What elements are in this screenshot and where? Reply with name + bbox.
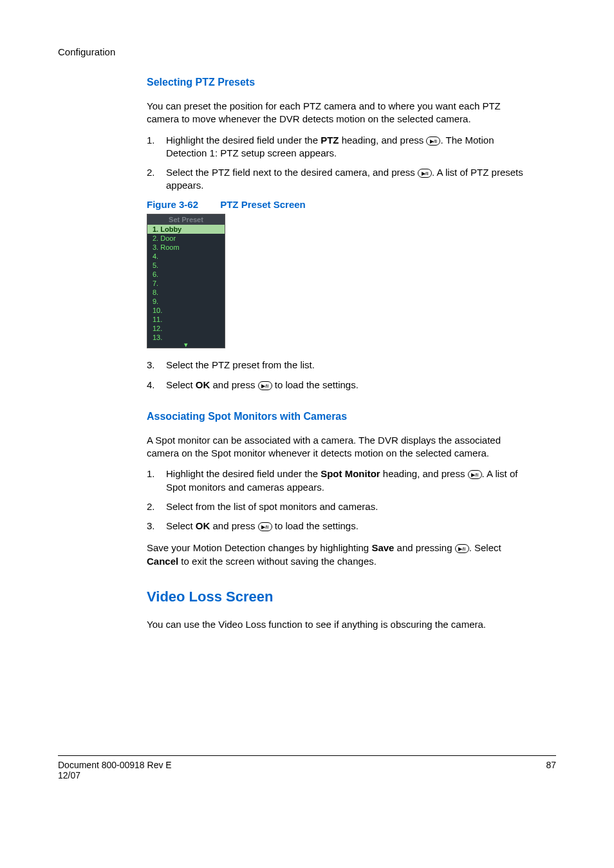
text: . Select bbox=[469, 542, 501, 553]
page-footer: Document 800-00918 Rev E 12/07 87 bbox=[58, 755, 556, 780]
document-id: Document 800-00918 Rev E bbox=[58, 760, 172, 770]
figure-caption: Figure 3-62 PTZ Preset Screen bbox=[147, 199, 533, 210]
step-number: 1. bbox=[147, 467, 166, 494]
text: Select bbox=[166, 520, 196, 531]
step-body: Highlight the desired field under the PT… bbox=[166, 134, 533, 160]
step-body: Highlight the desired field under the Sp… bbox=[166, 467, 533, 494]
play-pause-icon: ▶/II bbox=[426, 137, 440, 146]
text: Highlight the desired field under the bbox=[166, 468, 321, 479]
paragraph: Save your Motion Detection changes by hi… bbox=[147, 542, 533, 568]
paragraph: You can preset the position for each PTZ… bbox=[147, 100, 533, 126]
preset-row: 3. Room bbox=[147, 243, 225, 252]
text: Save your Motion Detection changes by hi… bbox=[147, 542, 371, 553]
step-body: Select the PTZ field next to the desired… bbox=[166, 166, 533, 193]
preset-row: 2. Door bbox=[147, 234, 225, 243]
text: heading, and press bbox=[380, 468, 468, 479]
step-number: 2. bbox=[147, 500, 166, 513]
document-date: 12/07 bbox=[58, 770, 172, 780]
text: to load the settings. bbox=[272, 379, 358, 390]
scroll-down-icon: ▾ bbox=[147, 342, 225, 348]
step-2: 2. Select the PTZ field next to the desi… bbox=[147, 166, 533, 193]
bold-cancel: Cancel bbox=[147, 556, 178, 567]
step-1: 1. Highlight the desired field under the… bbox=[147, 134, 533, 160]
preset-row: 8. bbox=[147, 288, 225, 297]
step-body: Select the PTZ preset from the list. bbox=[166, 359, 533, 372]
bold-ok: OK bbox=[196, 379, 210, 390]
preset-row-selected: 1. Lobby bbox=[147, 225, 225, 234]
page-number: 87 bbox=[546, 760, 556, 780]
bold-ptz: PTZ bbox=[321, 135, 339, 146]
play-pause-icon: ▶/II bbox=[258, 381, 272, 390]
bold-save: Save bbox=[371, 542, 394, 553]
section-associating-spot-monitors: Associating Spot Monitors with Cameras bbox=[147, 411, 533, 422]
play-pause-icon: ▶/II bbox=[468, 470, 482, 479]
text: to exit the screen without saving the ch… bbox=[178, 556, 377, 567]
preset-row: 10. bbox=[147, 306, 225, 315]
ptz-preset-screenshot: Set Preset 1. Lobby 2. Door 3. Room 4. 5… bbox=[147, 214, 225, 349]
page-header: Configuration bbox=[58, 46, 556, 57]
preset-row: 5. bbox=[147, 261, 225, 270]
preset-row: 12. bbox=[147, 324, 225, 333]
step-number: 1. bbox=[147, 134, 166, 160]
text: Highlight the desired field under the bbox=[166, 135, 321, 146]
step-body: Select OK and press ▶/II to load the set… bbox=[166, 379, 533, 392]
text: Select the PTZ field next to the desired… bbox=[166, 167, 418, 178]
preset-row: 4. bbox=[147, 252, 225, 261]
bold-spot-monitor: Spot Monitor bbox=[321, 468, 380, 479]
section-video-loss-screen: Video Loss Screen bbox=[147, 589, 533, 605]
step-number: 2. bbox=[147, 166, 166, 193]
step-4: 4. Select OK and press ▶/II to load the … bbox=[147, 379, 533, 392]
preset-row: 6. bbox=[147, 270, 225, 279]
step-3: 3. Select the PTZ preset from the list. bbox=[147, 359, 533, 372]
text: to load the settings. bbox=[272, 520, 358, 531]
play-pause-icon: ▶/II bbox=[258, 522, 272, 531]
step-body: Select from the list of spot monitors an… bbox=[166, 500, 533, 513]
bold-ok: OK bbox=[196, 520, 210, 531]
step-2: 2. Select from the list of spot monitors… bbox=[147, 500, 533, 513]
step-body: Select OK and press ▶/II to load the set… bbox=[166, 520, 533, 533]
preset-row: 9. bbox=[147, 297, 225, 306]
preset-row: 11. bbox=[147, 315, 225, 324]
step-number: 3. bbox=[147, 359, 166, 372]
text: and press bbox=[210, 520, 257, 531]
section-selecting-ptz-presets: Selecting PTZ Presets bbox=[147, 77, 533, 88]
play-pause-icon: ▶/II bbox=[418, 169, 432, 178]
text: heading, and press bbox=[339, 135, 427, 146]
preset-header: Set Preset bbox=[147, 214, 225, 225]
text: and pressing bbox=[394, 542, 454, 553]
paragraph: A Spot monitor can be associated with a … bbox=[147, 434, 533, 460]
figure-label: Figure 3-62 bbox=[147, 199, 198, 210]
text: and press bbox=[210, 379, 257, 390]
step-number: 4. bbox=[147, 379, 166, 392]
footer-left: Document 800-00918 Rev E 12/07 bbox=[58, 760, 172, 780]
play-pause-icon: ▶/II bbox=[455, 544, 469, 553]
step-3: 3. Select OK and press ▶/II to load the … bbox=[147, 520, 533, 533]
preset-row: 7. bbox=[147, 279, 225, 288]
text: Select bbox=[166, 379, 196, 390]
step-number: 3. bbox=[147, 520, 166, 533]
figure-title: PTZ Preset Screen bbox=[220, 199, 306, 210]
paragraph: You can use the Video Loss function to s… bbox=[147, 618, 533, 631]
step-1: 1. Highlight the desired field under the… bbox=[147, 467, 533, 494]
